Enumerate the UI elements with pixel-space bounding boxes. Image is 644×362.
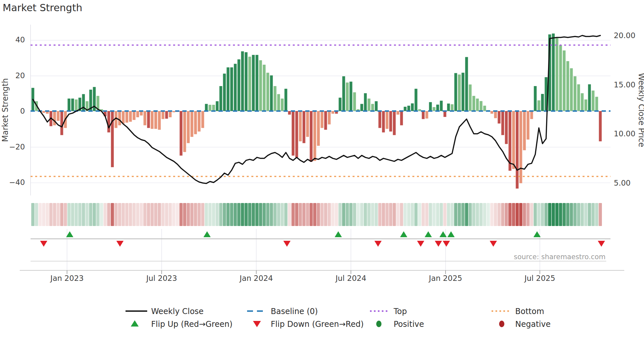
heat-cell bbox=[266, 203, 269, 226]
heat-cell bbox=[563, 203, 566, 226]
heat-cell bbox=[125, 203, 128, 226]
heat-cell bbox=[461, 203, 465, 226]
heat-cell bbox=[216, 203, 219, 226]
bar bbox=[183, 111, 186, 152]
heat-cell bbox=[450, 203, 454, 226]
heat-cell bbox=[418, 203, 421, 226]
bar bbox=[118, 111, 121, 125]
heat-cell bbox=[371, 203, 374, 226]
heat-cell bbox=[595, 203, 598, 226]
heat-cell bbox=[349, 203, 353, 226]
bar bbox=[241, 51, 244, 111]
heat-cell bbox=[49, 203, 53, 226]
bar bbox=[574, 76, 577, 111]
bar bbox=[310, 111, 313, 162]
bar bbox=[292, 111, 295, 156]
heat-cell bbox=[234, 203, 237, 226]
heat-cell bbox=[190, 203, 194, 226]
heat-cell bbox=[288, 203, 291, 226]
x-axis-ticks: Jan 2023 Jul 2023 Jan 2024 Jul 2024 Jan … bbox=[50, 274, 555, 283]
left-axis-title: Market Strength bbox=[1, 78, 10, 142]
bar bbox=[505, 111, 508, 144]
bar bbox=[393, 111, 396, 135]
bar bbox=[136, 111, 139, 117]
bar bbox=[313, 111, 316, 161]
right-tick-5: 5.00 bbox=[614, 179, 631, 187]
price-line bbox=[33, 35, 600, 183]
bar bbox=[238, 59, 241, 111]
bar bbox=[259, 60, 262, 111]
heat-cell bbox=[136, 203, 139, 226]
bar bbox=[162, 111, 165, 119]
bar bbox=[154, 111, 157, 129]
heat-cell bbox=[165, 203, 168, 226]
right-tick-20: 20.00 bbox=[614, 31, 635, 40]
heat-cell bbox=[555, 203, 559, 226]
heat-cell bbox=[78, 203, 81, 226]
heat-cell bbox=[237, 203, 241, 226]
bar bbox=[559, 45, 562, 111]
bar bbox=[429, 102, 432, 111]
heat-cell bbox=[46, 203, 49, 226]
bar bbox=[375, 101, 378, 111]
heat-cell bbox=[367, 203, 371, 226]
legend-flip-down: Flip Down (Green→Red) bbox=[271, 320, 364, 329]
bar bbox=[585, 100, 587, 111]
bar bbox=[541, 94, 544, 111]
heat-cell bbox=[440, 203, 443, 226]
left-tick-40: 40 bbox=[15, 35, 25, 44]
bar bbox=[436, 104, 439, 111]
bar bbox=[595, 97, 598, 111]
heat-cell bbox=[317, 203, 320, 226]
x-tick-jul-2025: Jul 2025 bbox=[524, 274, 555, 283]
bar bbox=[209, 105, 212, 111]
heat-cell bbox=[483, 203, 486, 226]
heat-cell bbox=[154, 203, 157, 226]
heat-cell bbox=[458, 203, 461, 226]
heat-cell bbox=[295, 203, 298, 226]
bar bbox=[270, 76, 273, 111]
bar bbox=[498, 111, 501, 124]
heat-cell bbox=[64, 203, 67, 226]
bar bbox=[266, 73, 269, 111]
bar bbox=[216, 101, 219, 111]
heat-cell bbox=[122, 203, 125, 226]
bar bbox=[407, 106, 410, 111]
heat-cell bbox=[581, 203, 584, 226]
heat-cell bbox=[299, 203, 302, 226]
heat-cell bbox=[364, 203, 367, 226]
heat-cell bbox=[335, 203, 338, 226]
bar bbox=[230, 67, 233, 111]
bar bbox=[472, 96, 475, 111]
heat-cell bbox=[519, 203, 522, 226]
bar bbox=[566, 61, 569, 111]
heat-cell bbox=[501, 203, 504, 226]
flip-marker-row bbox=[31, 229, 610, 270]
heat-cell bbox=[508, 203, 512, 226]
heat-cell bbox=[537, 203, 540, 226]
heat-cell bbox=[306, 203, 309, 226]
market-strength-chart: Market Strength 40 20 0 −20 −40 20.00 15… bbox=[0, 0, 644, 362]
bar bbox=[68, 99, 71, 111]
heat-cell bbox=[414, 203, 418, 226]
flip-down-marker bbox=[598, 241, 605, 247]
positive-dot-icon bbox=[376, 321, 381, 327]
bar bbox=[111, 111, 114, 167]
heat-cell bbox=[356, 203, 360, 226]
heat-cell bbox=[31, 203, 34, 226]
heat-cell bbox=[375, 203, 378, 226]
heat-cell bbox=[212, 203, 215, 226]
heat-cell bbox=[147, 203, 150, 226]
bar bbox=[324, 111, 327, 130]
bar bbox=[245, 52, 248, 111]
flip-up-marker bbox=[335, 231, 342, 237]
flip-down-marker bbox=[116, 241, 124, 247]
bar bbox=[169, 111, 172, 117]
bar bbox=[527, 111, 530, 140]
heat-cell bbox=[42, 203, 45, 226]
bar bbox=[483, 106, 486, 111]
bar bbox=[299, 111, 302, 141]
bar bbox=[480, 101, 483, 111]
heat-cell bbox=[284, 203, 288, 226]
bar bbox=[158, 111, 161, 130]
